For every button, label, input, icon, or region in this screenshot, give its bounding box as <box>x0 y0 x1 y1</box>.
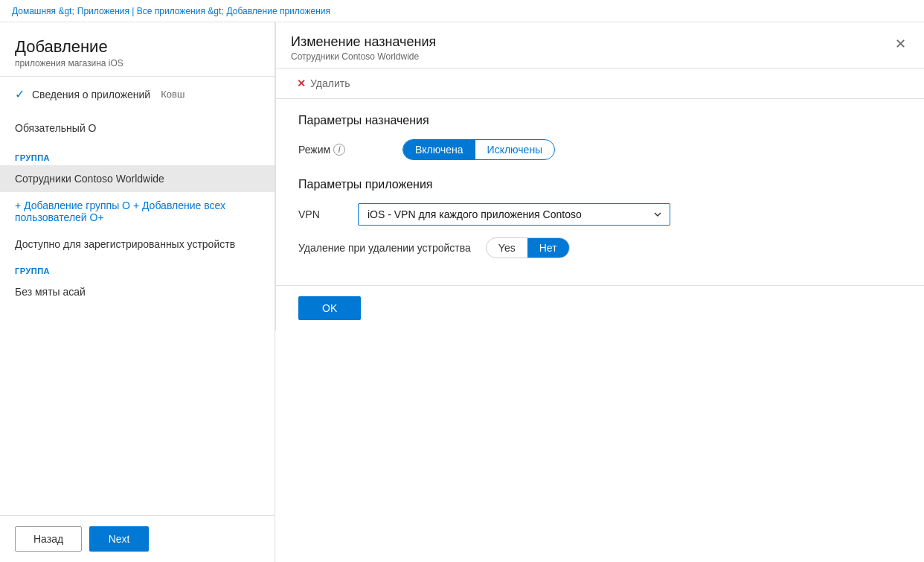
modal-panel: Изменение назначения Сотрудники Contoso … <box>275 22 924 331</box>
modal-header: Изменение назначения Сотрудники Contoso … <box>276 22 924 68</box>
page-title: Добавление <box>15 37 260 57</box>
mode-toggle-group: Включена Исключены <box>402 139 555 160</box>
modal-content: Параметры назначения Режим i Включена Ис… <box>276 99 924 285</box>
breadcrumb: Домашняя &gt; Приложения | Все приложени… <box>0 0 924 22</box>
group-section-label2: ГРУППА <box>0 258 275 278</box>
delete-button[interactable]: ✕ Удалить <box>291 74 356 92</box>
group-section-label: ГРУППА <box>0 144 275 165</box>
left-footer: Назад Next <box>0 515 275 562</box>
breadcrumb-home[interactable]: Домашняя &gt; <box>12 6 74 16</box>
mode-row: Режим i Включена Исключены <box>298 139 902 160</box>
add-group-link[interactable]: + Добавление группы О + Добавление всех … <box>0 192 275 231</box>
breadcrumb-apps[interactable]: Приложения | Все приложения &gt; <box>77 6 224 16</box>
mode-included[interactable]: Включена <box>403 140 475 159</box>
left-header: Добавление приложения магазина iOS <box>0 22 275 77</box>
right-panel: Изменение назначения Сотрудники Contoso … <box>275 22 924 562</box>
next-button[interactable]: Next <box>89 526 149 552</box>
check-icon: ✓ <box>15 87 25 101</box>
page-subtitle: приложения магазина iOS <box>15 58 260 68</box>
group-item-nomint[interactable]: Без мяты асай <box>0 278 275 305</box>
modal-footer: OK <box>276 285 924 331</box>
remove-label: Удаление при удалении устройства <box>298 242 471 254</box>
mode-excluded[interactable]: Исключены <box>475 140 555 159</box>
nav-label-app-info: Сведения о приложений <box>32 89 150 100</box>
nav-item-required[interactable]: Обязательный О <box>0 112 275 144</box>
delete-label: Удалить <box>310 77 350 89</box>
remove-toggle-group: Yes Нет <box>486 237 570 258</box>
nav-item-app-info[interactable]: ✓ Сведения о приложений Ковш <box>0 77 275 112</box>
remove-row: Удаление при удалении устройства Yes Нет <box>298 237 902 258</box>
modal-title-block: Изменение назначения Сотрудники Contoso … <box>291 34 436 62</box>
left-panel: Добавление приложения магазина iOS ✓ Све… <box>0 22 275 562</box>
vpn-row: VPN iOS - VPN для каждого приложения Con… <box>298 203 902 226</box>
left-nav: ✓ Сведения о приложений Ковш Обязательны… <box>0 77 275 515</box>
assignment-section-title: Параметры назначения <box>298 114 902 127</box>
vpn-label: VPN <box>298 208 343 220</box>
mode-info-icon[interactable]: i <box>333 144 345 156</box>
breadcrumb-add[interactable]: Добавление приложения <box>227 6 330 16</box>
registered-devices-label: Доступно для зарегистрированных устройст… <box>0 231 275 258</box>
close-button[interactable]: ✕ <box>892 34 909 54</box>
ok-button[interactable]: OK <box>298 296 361 320</box>
app-section-title: Параметры приложения <box>298 178 902 191</box>
mode-label: Режим i <box>298 144 388 156</box>
modal-subtitle: Сотрудники Contoso Worldwide <box>291 51 436 62</box>
vpn-select[interactable]: iOS - VPN для каждого приложения Contoso… <box>358 203 670 226</box>
modal-toolbar: ✕ Удалить <box>276 68 924 99</box>
back-button[interactable]: Назад <box>15 526 82 552</box>
remove-yes[interactable]: Yes <box>487 238 527 258</box>
nav-label-required: Обязательный О <box>15 122 97 134</box>
group-item-contoso[interactable]: Сотрудники Contoso Worldwide <box>0 165 275 192</box>
modal-title: Изменение назначения <box>291 34 436 50</box>
x-icon: ✕ <box>297 77 306 89</box>
nav-badge-app-info: Ковш <box>161 89 185 100</box>
remove-no[interactable]: Нет <box>527 238 569 258</box>
